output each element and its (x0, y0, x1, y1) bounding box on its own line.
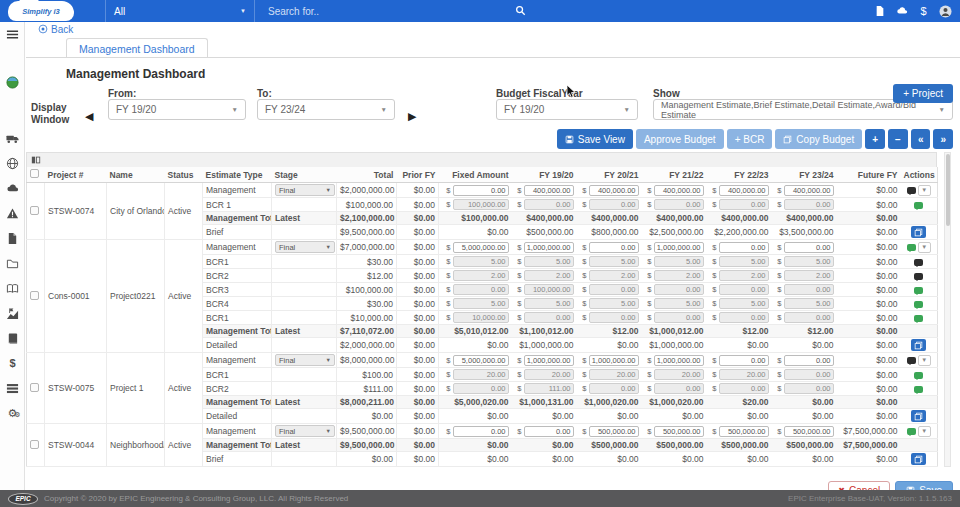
add-project-button[interactable]: + Project (893, 84, 953, 103)
row-menu-caret[interactable]: ▼ (918, 185, 931, 196)
amount-input[interactable]: 0.00 (719, 355, 769, 366)
page-prev-button[interactable]: « (911, 129, 931, 149)
project-checkbox[interactable] (30, 291, 39, 300)
warning-icon[interactable] (0, 205, 25, 221)
flag-icon[interactable] (0, 305, 25, 321)
currency-symbol: $ (712, 299, 716, 308)
amount-input[interactable]: 0.00 (589, 242, 639, 253)
map-icon[interactable] (0, 280, 25, 296)
comment-icon-black[interactable] (914, 259, 923, 266)
gears-icon[interactable]: ⚙⚙ (0, 405, 25, 421)
amount-input[interactable]: 500,000.00 (719, 426, 769, 437)
stage-select[interactable]: Final▼ (275, 184, 335, 196)
project-checkbox[interactable] (30, 440, 39, 449)
dollar-icon[interactable]: $ (917, 5, 930, 18)
amount-input[interactable]: 0.00 (719, 242, 769, 253)
amount-input[interactable]: 400,000.00 (589, 185, 639, 196)
budget-fy-select[interactable]: FY 19/20▼ (496, 99, 638, 120)
amount-input[interactable]: 5,000,000.00 (453, 242, 509, 253)
comment-icon-green[interactable] (907, 244, 916, 251)
bcr-button[interactable]: + BCR (727, 129, 773, 149)
row-menu-caret[interactable]: ▼ (918, 242, 931, 253)
cloud-icon[interactable] (895, 5, 908, 18)
comment-icon-green[interactable] (907, 428, 916, 435)
amount-input[interactable]: 0.00 (453, 426, 509, 437)
scrollbar-thumb[interactable] (946, 154, 950, 226)
list-icon[interactable] (0, 380, 25, 396)
amount-input[interactable]: 1,000,000.00 (524, 242, 574, 253)
book-icon[interactable] (0, 330, 25, 346)
fy-amount-cell: $0.00 (707, 338, 772, 353)
comment-icon-black[interactable] (907, 357, 916, 364)
amount-input[interactable]: 1,000,000.00 (654, 242, 704, 253)
show-label: Show (653, 88, 680, 99)
amount-input[interactable]: 400,000.00 (719, 185, 769, 196)
amount-input[interactable]: 400,000.00 (654, 185, 704, 196)
copy-budget-button[interactable]: Copy Budget (775, 129, 862, 149)
amount-input[interactable]: 1,000,000.00 (654, 355, 704, 366)
amount-input[interactable]: 400,000.00 (784, 185, 834, 196)
stage-select[interactable]: Final▼ (275, 425, 335, 437)
amount-input[interactable]: 500,000.00 (654, 426, 704, 437)
project-checkbox[interactable] (30, 206, 39, 215)
row-menu-caret[interactable]: ▼ (918, 426, 931, 437)
columns-icon[interactable] (31, 151, 41, 169)
amount-input[interactable]: 0.00 (784, 242, 834, 253)
copy-estimate-button[interactable] (911, 339, 926, 351)
page-next-button[interactable]: » (933, 129, 953, 149)
budget-table: Project # Name Status Estimate Type Stag… (26, 167, 938, 467)
amount-input[interactable]: 0.00 (784, 355, 834, 366)
to-select[interactable]: FY 23/24▼ (257, 99, 395, 120)
approve-budget-button[interactable]: Approve Budget (636, 129, 724, 149)
expand-button[interactable]: + (865, 129, 885, 149)
menu-icon[interactable] (0, 26, 25, 42)
comment-icon-black[interactable] (914, 273, 923, 280)
window-next-arrow[interactable]: ▶ (408, 110, 416, 123)
comment-icon-green[interactable] (914, 372, 923, 379)
copy-estimate-button[interactable] (911, 410, 926, 422)
collapse-button[interactable]: − (888, 129, 908, 149)
amount-input[interactable]: 500,000.00 (589, 426, 639, 437)
truck-icon[interactable] (0, 130, 25, 146)
comment-icon-green[interactable] (914, 301, 923, 308)
app-logo[interactable]: Simplify i3 (8, 1, 74, 21)
comment-icon-green[interactable] (914, 315, 923, 322)
amount-input[interactable]: 400,000.00 (524, 185, 574, 196)
copy-estimate-button[interactable] (911, 226, 926, 238)
globe-icon[interactable] (0, 155, 25, 171)
scope-dropdown[interactable]: All▼ (105, 0, 255, 22)
dollar-icon[interactable]: $ (0, 355, 25, 371)
back-link[interactable]: Back (26, 22, 960, 37)
folder-icon[interactable] (0, 255, 25, 271)
stage-select[interactable]: Final▼ (275, 354, 335, 366)
currency-symbol: $ (712, 186, 716, 195)
amount-input[interactable]: 0.00 (453, 185, 509, 196)
amount-input[interactable]: 500,000.00 (784, 426, 834, 437)
prior-fy-amount: $0.00 (397, 452, 439, 467)
amount-input[interactable]: 5,000,000.00 (453, 355, 509, 366)
amount-input[interactable]: 1,000,000.00 (524, 355, 574, 366)
comment-icon-green[interactable] (914, 202, 923, 209)
tab-management-dashboard[interactable]: Management Dashboard (66, 38, 208, 58)
window-prev-arrow[interactable]: ◀ (85, 110, 93, 123)
row-menu-caret[interactable]: ▼ (918, 355, 931, 366)
amount-input[interactable]: 0.00 (524, 426, 574, 437)
dashboard-globe-icon[interactable] (0, 74, 25, 90)
table-scrollbar[interactable] (944, 152, 951, 467)
user-avatar-icon[interactable] (939, 5, 952, 18)
copy-estimate-button[interactable] (911, 453, 926, 465)
comment-icon-green[interactable] (914, 287, 923, 294)
project-checkbox[interactable] (30, 383, 39, 392)
save-view-button[interactable]: Save View (557, 129, 633, 149)
file-icon[interactable] (0, 230, 25, 246)
stage-select[interactable]: Final▼ (275, 241, 335, 253)
document-icon[interactable] (873, 5, 886, 18)
select-all-checkbox[interactable] (30, 169, 39, 178)
amount-input[interactable]: 1,000,000.00 (589, 355, 639, 366)
search-input[interactable]: Search for.. (262, 0, 532, 22)
from-select[interactable]: FY 19/20▼ (108, 99, 246, 120)
search-icon[interactable] (515, 5, 526, 18)
cloud-icon[interactable] (0, 180, 25, 196)
comment-icon-green[interactable] (914, 386, 923, 393)
comment-icon-black[interactable] (907, 187, 916, 194)
